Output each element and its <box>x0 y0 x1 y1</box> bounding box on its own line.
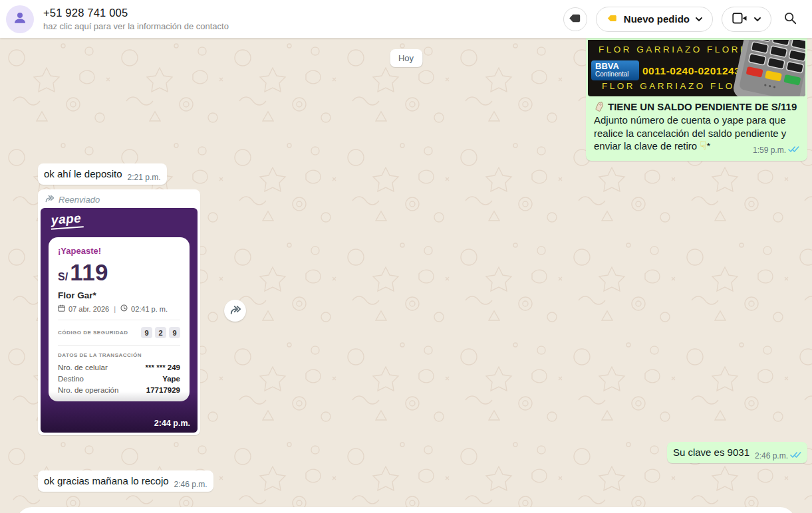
message-time: 2:44 p.m. <box>154 419 190 428</box>
message-time: 2:46 p.m. <box>174 480 207 489</box>
contact-phone: +51 928 741 005 <box>43 7 229 19</box>
security-digit: 9 <box>169 327 180 338</box>
date-chip: Hoy <box>390 49 422 67</box>
double-check-icon <box>788 146 799 155</box>
label-button[interactable] <box>563 7 587 31</box>
message-meta: 1:59 p.m. <box>753 146 799 155</box>
security-code-row: CÓDIGO DE SEGURIDAD 9 2 9 <box>58 327 180 338</box>
forward-message-button[interactable] <box>224 300 246 322</box>
tag-icon <box>607 13 618 26</box>
message-time: 2:21 p.m. <box>128 173 161 182</box>
bbva-logo: BBVA Continental <box>591 60 639 80</box>
calendar-icon <box>58 304 65 313</box>
receipt-title: ¡Yapeaste! <box>58 246 180 256</box>
label-icon <box>568 11 582 27</box>
video-camera-icon <box>732 13 748 26</box>
divider <box>58 320 180 320</box>
transaction-row: Destino Yape <box>58 375 180 383</box>
transaction-row: Nro. de celular *** *** 249 <box>58 363 180 371</box>
separator: | <box>114 305 116 313</box>
person-icon <box>11 9 29 29</box>
yape-logo: yape <box>50 211 84 229</box>
message-input-bar[interactable] <box>17 507 795 513</box>
receipt-amount: S/ 119 <box>58 262 180 283</box>
message-deposit[interactable]: ok ahí le deposito 2:21 p.m. <box>38 163 167 185</box>
security-digit: 2 <box>155 327 166 338</box>
message-thanks[interactable]: ok gracias mañana lo recojo 2:46 p.m. <box>38 470 213 492</box>
pending-body-suffix: * <box>707 140 711 152</box>
video-call-button[interactable] <box>722 7 771 32</box>
pointing-down-hand-icon: ☟ <box>700 140 706 152</box>
receipt-date: 07 abr. 2026 <box>68 305 109 313</box>
pos-terminal-graphic <box>721 40 805 96</box>
message-time: 1:59 p.m. <box>753 146 786 155</box>
chevron-down-icon <box>754 14 761 24</box>
header-actions: Nuevo pedido <box>563 7 812 32</box>
message-time: 2:46 p.m. <box>755 451 788 461</box>
transaction-rows: Nro. de celular *** *** 249 Destino Yape… <box>58 363 180 394</box>
security-code-label: CÓDIGO DE SEGURIDAD <box>58 330 128 336</box>
bank-account-image[interactable]: FLOR GARRIAZO FLORES BBVA Continental 00… <box>588 40 805 96</box>
forwarded-label-row: Reenviado <box>41 192 198 208</box>
chevron-down-icon <box>696 14 702 24</box>
pending-message-text: TIENE UN SALDO PENDIENTE DE S/119 Adjunt… <box>588 96 805 159</box>
divider <box>58 345 180 346</box>
message-forwarded-receipt[interactable]: Reenviado yape ¡Yapeaste! S/ 119 Flor Ga… <box>38 189 200 435</box>
chat-canvas: Hoy FLOR GARRIAZO FLORES BBVA Continenta… <box>0 38 812 513</box>
forwarded-label: Reenviado <box>59 195 100 205</box>
currency-symbol: S/ <box>58 271 68 283</box>
recipient-name: Flor Gar* <box>58 290 180 300</box>
contact-subtitle: haz clic aquí para ver la información de… <box>43 21 229 31</box>
message-text: Su clave es 9031 <box>673 446 749 459</box>
yape-receipt-image[interactable]: yape ¡Yapeaste! S/ 119 Flor Gar* 07 abr.… <box>41 208 198 433</box>
message-text: ok gracias mañana lo recojo <box>44 474 169 487</box>
transaction-data-label: DATOS DE LA TRANSACCIÓN <box>58 352 180 358</box>
contact-info[interactable]: +51 928 741 005 haz clic aquí para ver l… <box>43 7 229 31</box>
yape-receipt-card: ¡Yapeaste! S/ 119 Flor Gar* 07 abr. 2026… <box>49 237 190 401</box>
message-pending-balance[interactable]: FLOR GARRIAZO FLORES BBVA Continental 00… <box>586 38 807 161</box>
amount-value: 119 <box>70 262 108 283</box>
receipt-time-of-day: 02:41 p. m. <box>131 305 168 313</box>
double-check-icon <box>790 451 801 461</box>
chat-header: +51 928 741 005 haz clic aquí para ver l… <box>0 0 812 38</box>
security-digit: 9 <box>141 327 152 338</box>
contact-avatar[interactable] <box>6 5 34 33</box>
order-status-label: Nuevo pedido <box>624 13 690 25</box>
forward-arrow-icon <box>229 305 241 317</box>
security-code-digits: 9 2 9 <box>141 327 180 338</box>
order-status-button[interactable]: Nuevo pedido <box>596 7 713 32</box>
forward-arrow-icon <box>45 195 55 205</box>
pending-title-text: TIENE UN SALDO PENDIENTE DE S/119 <box>608 101 797 112</box>
clock-icon <box>120 304 128 313</box>
message-key[interactable]: Su clave es 9031 2:46 p.m. <box>667 442 807 463</box>
search-button[interactable] <box>780 8 800 30</box>
receipt-datetime: 07 abr. 2026 | 02:41 p. m. <box>58 304 180 313</box>
message-text: ok ahí le deposito <box>44 167 122 180</box>
tag-emoji-icon <box>593 100 606 113</box>
search-icon <box>783 11 797 27</box>
